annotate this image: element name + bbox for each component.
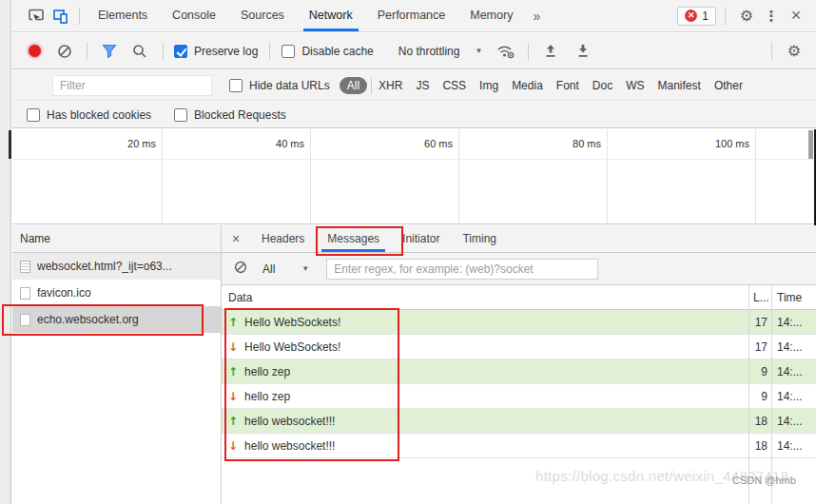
message-time: 14:... [772,310,816,334]
tab-elements[interactable]: Elements [86,0,160,31]
file-icon [20,314,30,326]
timeline-gridline [310,129,311,223]
messages-table-header[interactable]: Data L... Time [222,285,816,310]
search-icon[interactable] [127,39,152,64]
type-filter-font[interactable]: Font [556,79,579,92]
preserve-log-checkbox[interactable] [174,45,187,58]
name-column-header[interactable]: Name [12,225,221,253]
blocked-requests-checkbox[interactable] [174,108,187,122]
request-row[interactable]: favicon.ico [12,280,221,306]
export-har-icon[interactable] [571,39,595,64]
network-conditions-icon[interactable] [494,39,518,64]
request-type-filters: AllXHRJSCSSImgMediaFontDocWSManifestOthe… [336,77,749,94]
message-length: 17 [749,310,772,334]
timeline-gridline [458,129,459,223]
message-data-cell: ↓hello zep [222,384,749,408]
filter-input[interactable] [52,75,212,96]
divider [725,8,726,25]
close-devtools-icon[interactable]: × [784,4,808,29]
detail-tab-messages[interactable]: Messages [316,225,391,252]
requests-and-detail: Name websocket.html?_ijt=o63...favicon.i… [12,225,816,504]
message-data-cell: ↓Hello WebSockets! [222,335,749,359]
message-length: 9 [749,384,772,408]
divider [771,43,772,60]
throttling-dropdown-arrow-icon[interactable]: ▼ [475,47,482,55]
received-arrow-icon: ↓ [228,335,238,359]
more-tabs-icon[interactable]: » [525,9,548,24]
page-edge-strip [0,0,11,504]
device-toolbar-icon[interactable] [49,4,73,29]
clear-icon[interactable] [52,39,77,64]
filter-funnel-icon[interactable] [97,39,122,64]
message-length: 18 [749,409,772,433]
has-blocked-cookies-checkbox[interactable] [27,108,40,122]
tab-performance[interactable]: Performance [365,0,458,31]
divider [371,77,372,94]
message-time: 14:... [772,434,816,457]
type-filter-other[interactable]: Other [714,79,743,92]
message-row[interactable]: ↑hello websocket!!!1814:... [222,409,816,434]
detail-tab-headers[interactable]: Headers [250,225,316,252]
message-type-select[interactable]: All [262,262,275,276]
settings-gear-icon[interactable]: ⚙ [734,4,759,29]
disable-cache-checkbox[interactable] [282,45,295,58]
message-row[interactable]: ↑hello zep914:... [222,359,816,384]
message-text: hello zep [244,384,290,408]
tab-network[interactable]: Network [297,0,365,31]
tab-console[interactable]: Console [160,0,228,31]
blocked-requests-label: Blocked Requests [194,108,286,122]
message-row[interactable]: ↓Hello WebSockets!1714:... [222,335,816,359]
throttling-select[interactable]: No throttling [398,45,460,58]
data-column-header[interactable]: Data [222,285,749,309]
request-row[interactable]: echo.websocket.org [12,306,221,333]
message-time: 14:... [772,335,816,359]
message-data-cell: ↑hello zep [222,359,749,383]
error-count-badge[interactable]: ✕ 1 [677,7,716,26]
block-messages-icon[interactable] [234,261,247,277]
error-count: 1 [702,10,709,23]
request-name: echo.websocket.org [37,313,139,326]
type-filter-all[interactable]: All [340,77,367,94]
import-har-icon[interactable] [538,39,563,64]
file-icon [20,261,30,273]
record-button[interactable] [29,45,41,57]
hide-data-urls-checkbox[interactable] [229,79,243,92]
network-toolbar: Preserve log Disable cache No throttling… [12,33,816,69]
type-filter-xhr[interactable]: XHR [379,79,402,92]
timeline-gridline [755,129,756,223]
tab-sources[interactable]: Sources [228,0,297,31]
waterfall-overview[interactable]: 20 ms40 ms60 ms80 ms100 ms [12,129,816,224]
message-row[interactable]: ↑Hello WebSockets!1714:... [222,310,816,335]
detail-tab-timing[interactable]: Timing [451,225,508,252]
inspect-element-icon[interactable] [24,4,49,29]
message-row[interactable]: ↓hello websocket!!!1814:... [222,434,816,458]
panel-tabs: ElementsConsoleSourcesNetworkPerformance… [86,0,525,31]
message-data-cell: ↑Hello WebSockets! [222,310,749,334]
disable-cache-label: Disable cache [301,45,373,58]
type-filter-ws[interactable]: WS [626,79,644,92]
type-filter-js[interactable]: JS [416,79,429,92]
type-filter-doc[interactable]: Doc [593,79,612,92]
has-blocked-cookies-label: Has blocked cookies [47,108,151,122]
waterfall-scrollbar-thumb[interactable] [808,130,813,159]
sent-arrow-icon: ↑ [228,310,238,334]
close-detail-icon[interactable]: × [222,231,250,246]
detail-tab-initiator[interactable]: Initiator [391,225,451,252]
divider [163,43,164,60]
type-filter-media[interactable]: Media [512,79,543,92]
request-row[interactable]: websocket.html?_ijt=o63... [12,253,221,280]
message-type-dropdown-arrow-icon[interactable]: ▼ [301,264,309,273]
tab-memory[interactable]: Memory [457,0,525,31]
message-row[interactable]: ↓hello zep914:... [222,384,816,409]
type-filter-css[interactable]: CSS [442,79,466,92]
type-filter-manifest[interactable]: Manifest [658,79,701,92]
kebab-menu-icon[interactable]: ⋮ [759,4,784,29]
message-regex-input[interactable] [326,259,598,280]
type-filter-img[interactable]: Img [479,79,498,92]
timeline-tick-label: 60 ms [398,138,453,149]
time-column-header[interactable]: Time [772,285,816,309]
timeline-tick-label: 100 ms [694,138,749,149]
length-column-header[interactable]: L... [749,285,772,309]
timeline-tick-label: 20 ms [101,138,156,149]
network-settings-gear-icon[interactable]: ⚙ [782,39,806,64]
